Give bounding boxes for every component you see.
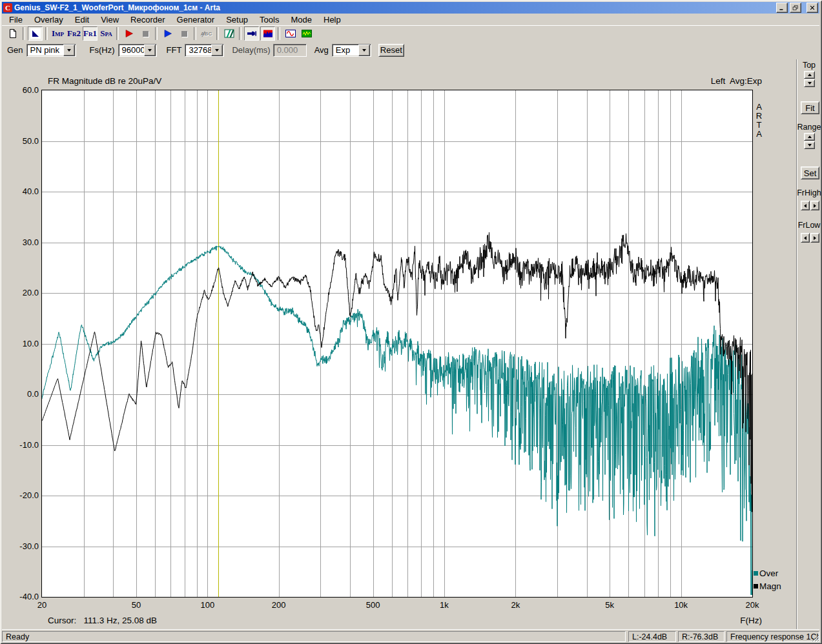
y-tick-label: 60.0 <box>8 85 39 95</box>
fft-size-select[interactable]: 32768 <box>185 44 224 57</box>
toolbar-separator <box>116 27 119 40</box>
x-tick-label: 20k <box>738 600 766 610</box>
status-left-level: L:-24.4dB <box>628 631 676 642</box>
status-bar: Ready L:-24.4dB R:-76.3dB Frequency resp… <box>2 629 819 643</box>
y-tick-label: 40.0 <box>8 186 39 196</box>
scope-button[interactable] <box>299 26 314 41</box>
watermark-letter: T <box>754 120 764 130</box>
fft-size-value: 32768 <box>185 45 211 55</box>
record-start-button[interactable] <box>121 26 136 41</box>
restore-button[interactable] <box>790 3 801 13</box>
y-tick-label: -10.0 <box>8 440 39 450</box>
x-tick-label: 1k <box>430 600 458 610</box>
chevron-down-icon <box>215 49 219 52</box>
menu-item-help[interactable]: Help <box>318 14 347 26</box>
resize-grip[interactable] <box>809 632 819 642</box>
frlow-right-button[interactable] <box>810 233 819 243</box>
fft-dropdown-button[interactable] <box>211 45 223 56</box>
new-file-button[interactable] <box>5 26 20 41</box>
menu-item-edit[interactable]: Edit <box>69 14 95 26</box>
control-bar: Gen PN pink Fs(Hz) 96000 FFT 32768 Delay… <box>2 41 819 59</box>
top-down-button[interactable] <box>804 79 815 87</box>
y-tick-label: 10.0 <box>8 339 39 348</box>
menu-item-view[interactable]: View <box>95 14 125 26</box>
wave-red-icon <box>263 28 273 39</box>
triangle-icon <box>30 28 41 39</box>
channel-averaging-label: Left Avg:Exp <box>633 76 762 86</box>
fr2-mode-button[interactable]: Fr2 <box>67 26 81 41</box>
signal-view-button[interactable] <box>260 26 275 41</box>
sine-icon <box>285 28 296 39</box>
reset-button[interactable]: Reset <box>378 44 404 57</box>
fit-button[interactable]: Fit <box>801 101 819 114</box>
minimize-button[interactable] <box>776 3 788 13</box>
frhigh-left-button[interactable] <box>801 201 810 210</box>
x-tick-label: 50 <box>122 600 150 610</box>
watermark-letter: A <box>754 102 764 112</box>
x-tick-label: 20 <box>28 600 56 610</box>
toolbar-separator <box>194 27 196 40</box>
new-doc-icon <box>8 28 18 39</box>
menu-item-recorder[interactable]: Recorder <box>125 14 170 26</box>
watermark-letter: A <box>754 129 764 139</box>
y-tick-label: 20.0 <box>8 288 39 297</box>
menu-item-setup[interactable]: Setup <box>220 14 254 26</box>
cursor-readout: Cursor: 111.3 Hz, 25.08 dB <box>48 616 157 625</box>
x-tick-label: 200 <box>265 600 293 610</box>
arrow-left-icon <box>804 236 807 240</box>
legend-swatch <box>754 584 758 589</box>
menu-item-mode[interactable]: Mode <box>285 14 318 26</box>
arrow-up-icon <box>808 136 812 138</box>
sample-rate-dropdown-button[interactable] <box>144 45 156 56</box>
legend-label: Over <box>759 569 778 578</box>
generator-dropdown-button[interactable] <box>63 45 75 56</box>
fs-label: Fs(Hz) <box>90 45 115 55</box>
impulse-response-button[interactable]: Imp <box>50 26 65 41</box>
menu-item-file[interactable]: File <box>3 14 28 26</box>
gen-label: Gen <box>7 45 23 55</box>
range-up-button[interactable] <box>804 133 815 141</box>
panel-separator <box>796 59 797 629</box>
toolbar-separator <box>45 27 48 40</box>
abc-icon: ABC <box>201 31 212 37</box>
play-red-icon <box>124 28 134 39</box>
fr1-mode-button[interactable]: Fr1 <box>83 26 98 41</box>
status-right-level: R:-76.3dB <box>678 631 724 642</box>
menu-item-generator[interactable]: Generator <box>171 14 221 26</box>
title-bar: C Genius_SW-F2_1_WooferPort_Микрофоном_1… <box>2 2 819 14</box>
wave-green-icon <box>302 28 312 39</box>
x-tick-label: 10k <box>667 600 695 610</box>
play-start-button[interactable] <box>160 26 175 41</box>
range-down-button[interactable] <box>804 141 815 149</box>
app-icon: C <box>3 3 12 12</box>
averaging-value: Exp <box>333 45 358 55</box>
fr-plot-area[interactable] <box>41 90 753 598</box>
delay-label: Delay(ms) <box>232 45 270 55</box>
sine-generator-button[interactable] <box>283 26 298 41</box>
x-tick-label: 2k <box>501 600 529 610</box>
toolbar-button-label: Fr2 <box>67 28 81 39</box>
averaging-select[interactable]: Exp <box>332 44 371 57</box>
x-axis-title: F(Hz) <box>704 616 762 625</box>
top-up-button[interactable] <box>804 71 815 79</box>
range-label: Range <box>796 123 822 132</box>
microphone-button[interactable] <box>244 26 259 41</box>
frhigh-right-button[interactable] <box>810 201 819 210</box>
close-button[interactable] <box>807 3 818 13</box>
averaging-dropdown-button[interactable] <box>358 45 370 56</box>
set-button[interactable]: Set <box>801 166 819 179</box>
top-label: Top <box>796 61 822 70</box>
generator-type-select[interactable]: PN pink <box>26 44 76 57</box>
frlow-left-button[interactable] <box>801 233 810 243</box>
close-icon <box>808 5 816 11</box>
sample-rate-select[interactable]: 96000 <box>118 44 157 57</box>
y-tick-label: 50.0 <box>8 136 39 146</box>
chevron-down-icon <box>67 49 71 52</box>
watermark-letter: R <box>754 111 764 121</box>
menu-item-tools[interactable]: Tools <box>254 14 285 26</box>
spectrum-analyzer-button[interactable]: Spa <box>99 26 114 41</box>
overlay-mode-button[interactable] <box>28 26 43 41</box>
toolbar-separator <box>278 27 280 40</box>
menu-item-overlay[interactable]: Overlay <box>28 14 69 26</box>
spectrogram-button[interactable] <box>221 26 236 41</box>
